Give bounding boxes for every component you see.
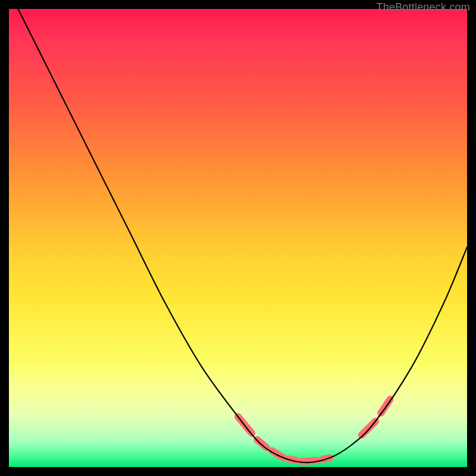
chart-svg xyxy=(9,9,467,467)
chart-frame: TheBottleneck.com xyxy=(0,0,476,476)
curve-path xyxy=(18,9,467,462)
watermark-text: TheBottleneck.com xyxy=(377,1,470,14)
highlight-segment xyxy=(381,399,390,413)
highlight-segment xyxy=(257,440,266,447)
chart-plot-area xyxy=(9,9,467,467)
